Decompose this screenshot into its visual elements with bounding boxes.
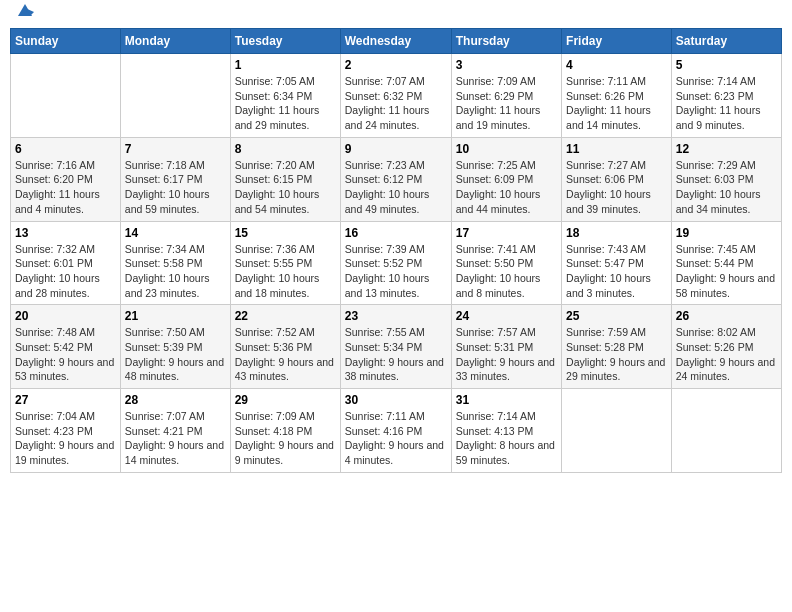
calendar-cell: 8Sunrise: 7:20 AM Sunset: 6:15 PM Daylig…	[230, 137, 340, 221]
day-header-wednesday: Wednesday	[340, 29, 451, 54]
calendar-cell: 31Sunrise: 7:14 AM Sunset: 4:13 PM Dayli…	[451, 389, 561, 473]
day-info: Sunrise: 7:09 AM Sunset: 6:29 PM Dayligh…	[456, 74, 557, 133]
page-header	[10, 10, 782, 20]
calendar-cell: 25Sunrise: 7:59 AM Sunset: 5:28 PM Dayli…	[562, 305, 672, 389]
day-number: 29	[235, 393, 336, 407]
calendar-cell: 28Sunrise: 7:07 AM Sunset: 4:21 PM Dayli…	[120, 389, 230, 473]
calendar-cell: 14Sunrise: 7:34 AM Sunset: 5:58 PM Dayli…	[120, 221, 230, 305]
day-info: Sunrise: 7:11 AM Sunset: 4:16 PM Dayligh…	[345, 409, 447, 468]
calendar-cell: 19Sunrise: 7:45 AM Sunset: 5:44 PM Dayli…	[671, 221, 781, 305]
calendar-cell	[11, 54, 121, 138]
calendar-body: 1Sunrise: 7:05 AM Sunset: 6:34 PM Daylig…	[11, 54, 782, 473]
day-number: 28	[125, 393, 226, 407]
day-info: Sunrise: 7:20 AM Sunset: 6:15 PM Dayligh…	[235, 158, 336, 217]
day-number: 9	[345, 142, 447, 156]
day-info: Sunrise: 7:07 AM Sunset: 4:21 PM Dayligh…	[125, 409, 226, 468]
day-header-friday: Friday	[562, 29, 672, 54]
day-info: Sunrise: 7:14 AM Sunset: 4:13 PM Dayligh…	[456, 409, 557, 468]
calendar-cell: 15Sunrise: 7:36 AM Sunset: 5:55 PM Dayli…	[230, 221, 340, 305]
calendar-cell	[671, 389, 781, 473]
day-info: Sunrise: 7:45 AM Sunset: 5:44 PM Dayligh…	[676, 242, 777, 301]
day-info: Sunrise: 7:55 AM Sunset: 5:34 PM Dayligh…	[345, 325, 447, 384]
day-info: Sunrise: 7:09 AM Sunset: 4:18 PM Dayligh…	[235, 409, 336, 468]
day-info: Sunrise: 8:02 AM Sunset: 5:26 PM Dayligh…	[676, 325, 777, 384]
day-number: 12	[676, 142, 777, 156]
calendar-cell: 11Sunrise: 7:27 AM Sunset: 6:06 PM Dayli…	[562, 137, 672, 221]
calendar-cell: 5Sunrise: 7:14 AM Sunset: 6:23 PM Daylig…	[671, 54, 781, 138]
day-info: Sunrise: 7:07 AM Sunset: 6:32 PM Dayligh…	[345, 74, 447, 133]
day-info: Sunrise: 7:14 AM Sunset: 6:23 PM Dayligh…	[676, 74, 777, 133]
day-number: 21	[125, 309, 226, 323]
day-number: 24	[456, 309, 557, 323]
day-header-thursday: Thursday	[451, 29, 561, 54]
day-info: Sunrise: 7:23 AM Sunset: 6:12 PM Dayligh…	[345, 158, 447, 217]
day-number: 22	[235, 309, 336, 323]
day-header-saturday: Saturday	[671, 29, 781, 54]
day-info: Sunrise: 7:50 AM Sunset: 5:39 PM Dayligh…	[125, 325, 226, 384]
day-number: 18	[566, 226, 667, 240]
day-info: Sunrise: 7:41 AM Sunset: 5:50 PM Dayligh…	[456, 242, 557, 301]
day-number: 31	[456, 393, 557, 407]
calendar-cell: 9Sunrise: 7:23 AM Sunset: 6:12 PM Daylig…	[340, 137, 451, 221]
calendar-header-row: SundayMondayTuesdayWednesdayThursdayFrid…	[11, 29, 782, 54]
day-number: 15	[235, 226, 336, 240]
day-number: 30	[345, 393, 447, 407]
calendar-week-1: 1Sunrise: 7:05 AM Sunset: 6:34 PM Daylig…	[11, 54, 782, 138]
day-number: 5	[676, 58, 777, 72]
calendar-week-5: 27Sunrise: 7:04 AM Sunset: 4:23 PM Dayli…	[11, 389, 782, 473]
calendar-cell: 21Sunrise: 7:50 AM Sunset: 5:39 PM Dayli…	[120, 305, 230, 389]
calendar-cell: 1Sunrise: 7:05 AM Sunset: 6:34 PM Daylig…	[230, 54, 340, 138]
day-info: Sunrise: 7:16 AM Sunset: 6:20 PM Dayligh…	[15, 158, 116, 217]
day-info: Sunrise: 7:52 AM Sunset: 5:36 PM Dayligh…	[235, 325, 336, 384]
day-number: 25	[566, 309, 667, 323]
calendar-week-2: 6Sunrise: 7:16 AM Sunset: 6:20 PM Daylig…	[11, 137, 782, 221]
calendar-cell: 29Sunrise: 7:09 AM Sunset: 4:18 PM Dayli…	[230, 389, 340, 473]
day-info: Sunrise: 7:18 AM Sunset: 6:17 PM Dayligh…	[125, 158, 226, 217]
calendar-cell: 24Sunrise: 7:57 AM Sunset: 5:31 PM Dayli…	[451, 305, 561, 389]
calendar-cell: 18Sunrise: 7:43 AM Sunset: 5:47 PM Dayli…	[562, 221, 672, 305]
day-header-tuesday: Tuesday	[230, 29, 340, 54]
calendar-cell: 12Sunrise: 7:29 AM Sunset: 6:03 PM Dayli…	[671, 137, 781, 221]
calendar-cell: 10Sunrise: 7:25 AM Sunset: 6:09 PM Dayli…	[451, 137, 561, 221]
day-header-monday: Monday	[120, 29, 230, 54]
day-info: Sunrise: 7:25 AM Sunset: 6:09 PM Dayligh…	[456, 158, 557, 217]
logo	[14, 10, 34, 20]
day-number: 11	[566, 142, 667, 156]
day-info: Sunrise: 7:34 AM Sunset: 5:58 PM Dayligh…	[125, 242, 226, 301]
day-info: Sunrise: 7:43 AM Sunset: 5:47 PM Dayligh…	[566, 242, 667, 301]
calendar-cell	[120, 54, 230, 138]
day-info: Sunrise: 7:59 AM Sunset: 5:28 PM Dayligh…	[566, 325, 667, 384]
day-number: 8	[235, 142, 336, 156]
day-number: 1	[235, 58, 336, 72]
calendar-cell: 4Sunrise: 7:11 AM Sunset: 6:26 PM Daylig…	[562, 54, 672, 138]
calendar-cell: 27Sunrise: 7:04 AM Sunset: 4:23 PM Dayli…	[11, 389, 121, 473]
day-number: 23	[345, 309, 447, 323]
calendar-week-4: 20Sunrise: 7:48 AM Sunset: 5:42 PM Dayli…	[11, 305, 782, 389]
day-info: Sunrise: 7:32 AM Sunset: 6:01 PM Dayligh…	[15, 242, 116, 301]
day-number: 27	[15, 393, 116, 407]
calendar-cell	[562, 389, 672, 473]
day-number: 7	[125, 142, 226, 156]
calendar-cell: 20Sunrise: 7:48 AM Sunset: 5:42 PM Dayli…	[11, 305, 121, 389]
day-info: Sunrise: 7:36 AM Sunset: 5:55 PM Dayligh…	[235, 242, 336, 301]
day-number: 2	[345, 58, 447, 72]
day-info: Sunrise: 7:11 AM Sunset: 6:26 PM Dayligh…	[566, 74, 667, 133]
day-number: 6	[15, 142, 116, 156]
day-number: 17	[456, 226, 557, 240]
calendar-cell: 26Sunrise: 8:02 AM Sunset: 5:26 PM Dayli…	[671, 305, 781, 389]
calendar-cell: 23Sunrise: 7:55 AM Sunset: 5:34 PM Dayli…	[340, 305, 451, 389]
day-info: Sunrise: 7:04 AM Sunset: 4:23 PM Dayligh…	[15, 409, 116, 468]
day-header-sunday: Sunday	[11, 29, 121, 54]
day-number: 13	[15, 226, 116, 240]
day-number: 14	[125, 226, 226, 240]
day-info: Sunrise: 7:57 AM Sunset: 5:31 PM Dayligh…	[456, 325, 557, 384]
day-number: 10	[456, 142, 557, 156]
calendar-cell: 30Sunrise: 7:11 AM Sunset: 4:16 PM Dayli…	[340, 389, 451, 473]
day-number: 16	[345, 226, 447, 240]
calendar-cell: 6Sunrise: 7:16 AM Sunset: 6:20 PM Daylig…	[11, 137, 121, 221]
calendar-week-3: 13Sunrise: 7:32 AM Sunset: 6:01 PM Dayli…	[11, 221, 782, 305]
logo-icon	[16, 2, 34, 20]
day-number: 20	[15, 309, 116, 323]
calendar-cell: 16Sunrise: 7:39 AM Sunset: 5:52 PM Dayli…	[340, 221, 451, 305]
calendar-cell: 17Sunrise: 7:41 AM Sunset: 5:50 PM Dayli…	[451, 221, 561, 305]
